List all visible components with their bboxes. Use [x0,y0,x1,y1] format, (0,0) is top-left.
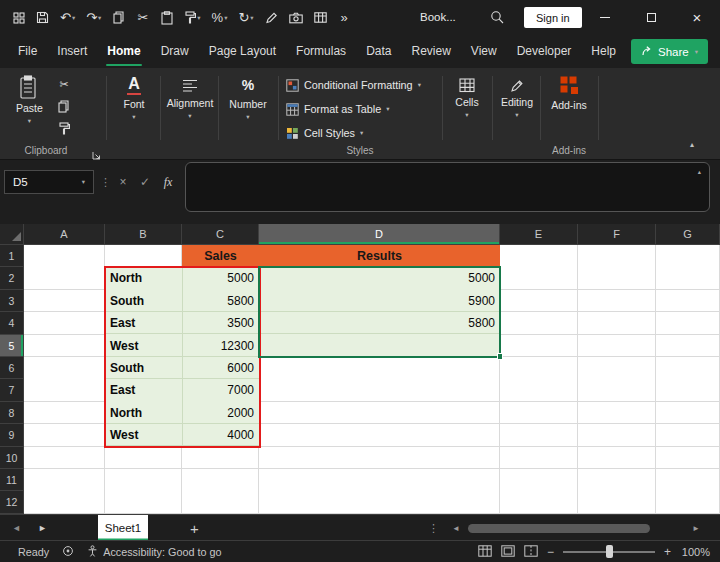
cell-D2[interactable]: 5000 [259,267,500,289]
col-header-G[interactable]: G [656,224,720,245]
row-header-9[interactable]: 9 [0,424,24,446]
cell-C7[interactable]: 7000 [182,379,259,401]
row-header-7[interactable]: 7 [0,379,24,401]
tab-review[interactable]: Review [401,35,460,68]
accessibility-status[interactable]: Accessibility: Good to go [87,545,221,559]
row-header-1[interactable]: 1 [0,245,24,267]
tab-file[interactable]: File [8,35,47,68]
row-header-5[interactable]: 5 [0,335,24,357]
search-icon[interactable] [490,10,504,28]
table-icon[interactable] [314,10,327,26]
page-break-view-icon[interactable] [524,545,538,559]
tab-page-layout[interactable]: Page Layout [199,35,286,68]
col-header-A[interactable]: A [24,224,105,245]
tab-developer[interactable]: Developer [507,35,582,68]
collapse-ribbon-icon[interactable]: ▴ [690,140,694,149]
cell-C9[interactable]: 4000 [182,424,259,446]
cell-B6[interactable]: South [105,357,182,379]
percent-style-icon[interactable]: %▾ [212,10,228,26]
toolbar-overflow-icon[interactable]: » [338,10,351,26]
name-box-resize-handle[interactable]: ⋮ [100,170,111,194]
cell-C6[interactable]: 6000 [182,357,259,379]
tab-help[interactable]: Help [581,35,626,68]
alignment-group-button[interactable]: Alignment ▾ [164,75,216,120]
cell-B3[interactable]: South [105,290,182,312]
undo-icon[interactable]: ↶▾ [60,10,75,26]
redo-icon[interactable]: ↷▾ [86,10,101,26]
save-icon[interactable] [36,10,49,26]
tab-insert[interactable]: Insert [47,35,97,68]
row-header-6[interactable]: 6 [0,357,24,379]
select-all-button[interactable] [0,224,24,245]
confirm-entry-button[interactable]: ✓ [134,170,156,194]
cell-C5[interactable]: 12300 [182,335,259,357]
zoom-level[interactable]: 100% [680,546,710,558]
cell-B2[interactable]: North [105,267,182,289]
format-painter-icon[interactable] [56,121,72,136]
row-header-2[interactable]: 2 [0,267,24,289]
cell-B4[interactable]: East [105,312,182,334]
scroll-right-icon[interactable]: ► [692,515,700,541]
cell-C1-sales-header[interactable]: Sales [182,245,259,267]
zoom-in-button[interactable]: + [664,545,671,559]
cell-D4[interactable]: 5800 [259,312,500,334]
pen-icon[interactable] [265,10,278,26]
customize-toolbar-icon[interactable] [12,10,25,26]
font-group-button[interactable]: A Font ▾ [112,75,156,121]
zoom-slider[interactable] [563,551,655,553]
cell-B9[interactable]: West [105,424,182,446]
record-macro-icon[interactable] [62,545,74,559]
cell-D3[interactable]: 5900 [259,290,500,312]
add-ins-button[interactable]: Add-ins [544,75,594,111]
page-layout-view-icon[interactable] [501,545,515,559]
normal-view-icon[interactable] [478,545,492,559]
row-header-11[interactable]: 11 [0,469,24,491]
format-as-table-button[interactable]: Format as Table ▾ [286,101,389,117]
cell-C3[interactable]: 5800 [182,290,259,312]
cell-B8[interactable]: North [105,402,182,424]
tab-draw[interactable]: Draw [151,35,199,68]
repeat-icon[interactable]: ↻▾ [238,10,253,26]
tab-scrollbar-divider[interactable]: ⋮ [428,515,439,541]
cell-D1-results-header[interactable]: Results [259,245,500,267]
conditional-formatting-button[interactable]: Conditional Formatting ▾ [286,77,421,93]
maximize-button[interactable] [628,0,674,35]
row-header-8[interactable]: 8 [0,402,24,424]
sheet-cells[interactable]: Sales Results North South East West Sout… [24,245,720,514]
col-header-E[interactable]: E [500,224,578,245]
tab-view[interactable]: View [461,35,507,68]
zoom-out-button[interactable]: − [547,545,554,559]
cells-group-button[interactable]: Cells ▾ [446,75,488,119]
col-header-C[interactable]: C [182,224,259,245]
cut-icon[interactable]: ✂ [56,77,72,92]
tab-formulas[interactable]: Formulas [286,35,356,68]
cell-styles-button[interactable]: Cell Styles ▾ [286,125,363,141]
number-group-button[interactable]: % Number ▾ [222,75,274,121]
close-button[interactable]: × [674,0,720,35]
col-header-D[interactable]: D [259,224,500,245]
cell-B5[interactable]: West [105,335,182,357]
formula-input[interactable]: ▴ [185,162,710,212]
row-header-12[interactable]: 12 [0,491,24,513]
cell-C8[interactable]: 2000 [182,402,259,424]
paste-button[interactable]: Paste ▾ [16,75,43,125]
zoom-slider-thumb[interactable] [606,545,613,558]
copy-icon[interactable] [112,10,125,26]
minimize-button[interactable] [582,0,628,35]
camera-icon[interactable] [289,10,303,26]
prev-sheet-icon[interactable]: ◄ [12,515,21,541]
horizontal-scrollbar-thumb[interactable] [468,524,650,533]
cell-C2[interactable]: 5000 [182,267,259,289]
tab-data[interactable]: Data [356,35,401,68]
tab-home[interactable]: Home [97,35,150,68]
editing-group-button[interactable]: Editing ▾ [496,75,538,119]
scroll-left-icon[interactable]: ◄ [452,515,460,541]
cell-B7[interactable]: East [105,379,182,401]
copy-icon[interactable] [56,99,72,114]
cell-D5-active[interactable] [259,335,500,357]
paste-icon[interactable] [160,10,173,26]
col-header-F[interactable]: F [578,224,656,245]
sign-in-button[interactable]: Sign in [524,7,582,28]
row-header-10[interactable]: 10 [0,447,24,469]
new-sheet-button[interactable]: + [190,515,199,541]
